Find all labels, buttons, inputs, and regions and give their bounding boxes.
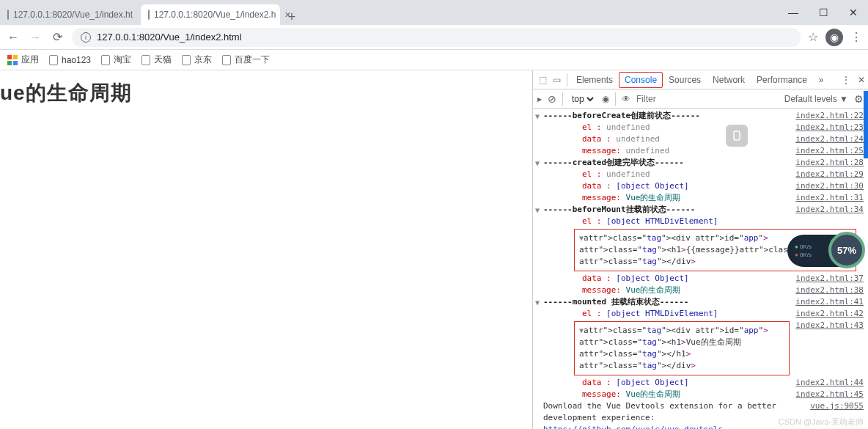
tab-network[interactable]: Network (707, 70, 751, 89)
inspect-icon[interactable]: ⬚ (536, 75, 550, 85)
console-html-block[interactable]: ▼attr">class="tag"><div attr">id="app"> … (533, 320, 868, 377)
console-log-line: el : undefinedindex2.html:23 (533, 122, 868, 133)
minimize-icon[interactable]: — (788, 7, 798, 18)
address-bar: ← → ⟳ i 127.0.0.1:8020/Vue_1/index2.html… (0, 25, 868, 50)
console-output[interactable]: ▼------beforeCreate创建前状态------index2.htm… (533, 109, 868, 429)
maximize-icon[interactable]: ☐ (819, 7, 828, 18)
network-gauge-widget[interactable]: ● 0K/s ● 0K/s 57% (787, 235, 861, 267)
watermark: CSDN @Java-呆萌老师 (779, 417, 864, 428)
devtools-tabs: ⬚ ▭ Elements Console Sources Network Per… (533, 70, 868, 89)
bookmark-item[interactable]: hao123 (49, 55, 91, 65)
gauge-percent: 57% (828, 232, 865, 268)
console-log-line: message: Vue的生命周期index2.html:31 (533, 192, 868, 204)
console-log-line: data : [object Object]index2.html:44 (533, 377, 868, 389)
document-icon (7, 10, 9, 20)
divider (562, 92, 563, 106)
document-icon (141, 55, 150, 65)
page-heading: ue的生命周期 (0, 79, 532, 107)
browser-tabs: 127.0.0.1:8020/Vue_1/index.ht × 127.0.0.… (0, 0, 778, 25)
document-icon (148, 10, 150, 20)
browser-menu-icon[interactable]: ⋮ (850, 30, 862, 44)
console-log-line: message: Vue的生命周期index2.html:38 (533, 285, 868, 296)
context-select[interactable]: top (569, 93, 596, 105)
window-titlebar: 127.0.0.1:8020/Vue_1/index.ht × 127.0.0.… (0, 0, 868, 25)
console-log-line: data : [object Object]index2.html:30 (533, 180, 868, 192)
tab-elements[interactable]: Elements (570, 70, 619, 89)
tab-console[interactable]: Console (619, 72, 663, 88)
apps-shortcut[interactable]: 应用 (7, 54, 39, 66)
divider (615, 92, 616, 106)
console-group-header[interactable]: ▼------mounted 挂载结束状态------index2.html:4… (533, 296, 868, 308)
console-log-line: message: Vue的生命周期index2.html:45 (533, 389, 868, 400)
tab-sources[interactable]: Sources (663, 70, 707, 89)
document-icon (49, 55, 58, 65)
bookmark-item[interactable]: 京东 (182, 54, 212, 66)
url-field[interactable]: i 127.0.0.1:8020/Vue_1/index2.html (72, 28, 801, 47)
levels-dropdown[interactable]: Default levels ▼ (784, 94, 848, 104)
devtools-close-icon[interactable]: ✕ (858, 75, 865, 85)
bookmark-item[interactable]: 百度一下 (222, 54, 270, 66)
console-log-line: data : [object Object]index2.html:37 (533, 273, 868, 285)
tab-title: 127.0.0.1:8020/Vue_1/index2.h (154, 10, 276, 20)
settings-icon[interactable]: ⚙ (854, 93, 864, 105)
document-icon (182, 55, 191, 65)
page-content: ue的生命周期 (0, 70, 532, 429)
bookmark-item[interactable]: 淘宝 (101, 54, 131, 66)
more-tabs-icon[interactable]: » (813, 70, 830, 89)
window-controls: — ☐ ✕ (778, 0, 868, 25)
tab-performance[interactable]: Performance (751, 70, 813, 89)
console-log-line: data : undefinedindex2.html:24 (533, 133, 868, 145)
back-button[interactable]: ← (6, 30, 21, 45)
tab-title: 127.0.0.1:8020/Vue_1/index.ht (13, 10, 133, 20)
forward-button[interactable]: → (28, 30, 43, 45)
document-icon (101, 55, 110, 65)
reload-button[interactable]: ⟳ (50, 30, 65, 45)
devtools-menu-icon[interactable]: ⋮ (842, 75, 850, 85)
browser-tab-1[interactable]: 127.0.0.1:8020/Vue_1/index2.h × (141, 4, 280, 25)
console-toolbar: ▸ ⊘ top ◉ 👁 Default levels ▼ ⚙ (533, 89, 868, 109)
console-group-header[interactable]: ▼------beforeMount挂载前状态------index2.html… (533, 204, 868, 216)
close-icon[interactable]: ✕ (849, 7, 858, 18)
bookmark-item[interactable]: 天猫 (141, 54, 172, 66)
sidebar-toggle-icon[interactable]: ▸ (537, 94, 542, 104)
profile-avatar[interactable]: ◉ (825, 29, 843, 46)
divider (567, 73, 567, 87)
filter-input[interactable] (636, 94, 779, 104)
scrollbar-indicator (864, 91, 868, 158)
clear-console-icon[interactable]: ⊘ (548, 93, 556, 105)
document-icon (222, 55, 231, 65)
console-log-line: el : [object HTMLDivElement] (533, 216, 868, 227)
browser-tab-0[interactable]: 127.0.0.1:8020/Vue_1/index.ht × (0, 4, 139, 25)
console-group-header[interactable]: ▼------created创建完毕状态------index2.html:28 (533, 157, 868, 169)
console-log-line: el : [object HTMLDivElement]index2.html:… (533, 308, 868, 320)
site-info-icon[interactable]: i (81, 32, 91, 43)
eye-icon[interactable]: ◉ (602, 94, 609, 104)
apps-icon (7, 55, 18, 65)
console-log-line: message: undefinedindex2.html:25 (533, 145, 868, 157)
console-group-header[interactable]: ▼------beforeCreate创建前状态------index2.htm… (533, 110, 868, 122)
live-expr-icon[interactable]: 👁 (622, 94, 630, 104)
bookmark-star-icon[interactable]: ☆ (808, 30, 818, 44)
new-tab-button[interactable]: + (282, 10, 302, 25)
url-text: 127.0.0.1:8020/Vue_1/index2.html (97, 32, 242, 43)
main-area: ue的生命周期 ⬚ ▭ Elements Console Sources Net… (0, 70, 868, 429)
device-toggle-icon[interactable]: ▭ (550, 75, 564, 85)
bookmarks-bar: 应用 hao123 淘宝 天猫 京东 百度一下 (0, 50, 868, 70)
console-log-line: el : undefinedindex2.html:29 (533, 169, 868, 180)
